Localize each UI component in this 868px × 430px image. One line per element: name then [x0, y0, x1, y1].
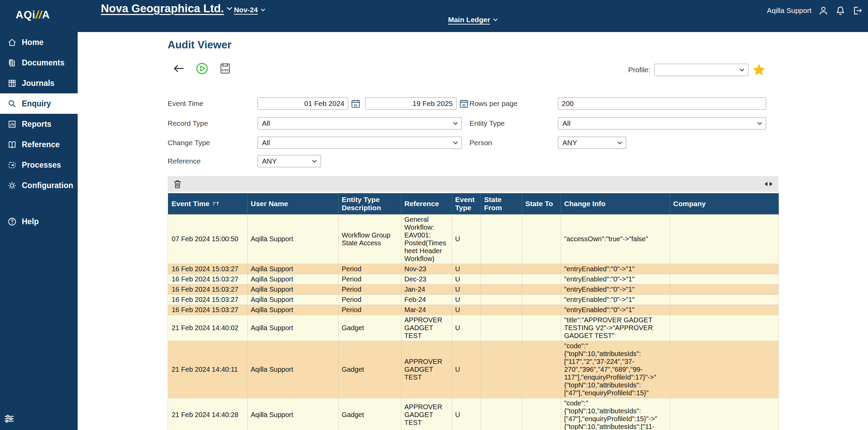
- sidebar-item-journals[interactable]: Journals: [0, 73, 78, 93]
- entity-type-label: Entity Type: [469, 117, 505, 129]
- profile-select[interactable]: [654, 64, 748, 76]
- cell-company: [670, 214, 779, 264]
- table-row[interactable]: 21 Feb 2024 14:40:28 Aqilla Support Gadg…: [168, 398, 779, 430]
- rows-per-page-label: Rows per page: [469, 97, 517, 110]
- table-row[interactable]: 21 Feb 2024 14:40:02 Aqilla Support Gadg…: [168, 315, 779, 341]
- reports-icon: [7, 120, 17, 129]
- aqilla-logo[interactable]: AQi//A: [16, 9, 50, 21]
- cell-state-from: [481, 284, 522, 294]
- rows-per-page-input[interactable]: [558, 97, 766, 110]
- cell-event-type: U: [452, 284, 481, 294]
- cell-state-to: [522, 341, 561, 398]
- column-header-change-info[interactable]: Change Info: [561, 193, 670, 214]
- person-value: ANY: [562, 139, 577, 147]
- person-select[interactable]: ANY: [558, 137, 626, 149]
- column-header-event-time[interactable]: Event Time: [168, 193, 248, 214]
- processes-icon: [7, 160, 17, 170]
- cell-event-time: 16 Feb 2024 15:03:27: [168, 284, 248, 294]
- favorite-star-icon[interactable]: [753, 63, 765, 76]
- cell-event-time: 21 Feb 2024 14:40:28: [168, 398, 248, 430]
- cell-user-name: Aqilla Support: [248, 341, 339, 398]
- record-type-select[interactable]: All: [258, 117, 462, 129]
- event-time-from-input[interactable]: [258, 97, 348, 110]
- sidebar-item-configuration[interactable]: Configuration: [0, 175, 78, 196]
- ledger-selector[interactable]: Main Ledger: [448, 16, 498, 24]
- cell-state-to: [522, 284, 561, 294]
- sidebar: Home Documents Journals Enquiry Reports …: [0, 32, 78, 430]
- sidebar-item-reference[interactable]: Reference: [0, 134, 78, 155]
- cell-user-name: Aqilla Support: [248, 398, 339, 430]
- cell-state-from: [481, 214, 522, 264]
- back-button[interactable]: [172, 62, 185, 75]
- cell-state-from: [481, 264, 522, 274]
- filter-settings-icon[interactable]: [3, 413, 15, 425]
- column-header-user-name[interactable]: User Name: [248, 193, 339, 214]
- sidebar-item-label: Reports: [22, 120, 51, 129]
- calendar-icon[interactable]: 31: [351, 98, 360, 109]
- run-button[interactable]: [196, 62, 208, 75]
- calendar-icon[interactable]: 31: [459, 98, 469, 109]
- cell-state-to: [522, 315, 561, 341]
- cell-company: [670, 341, 779, 398]
- svg-text:CSV: CSV: [222, 68, 229, 72]
- cell-user-name: Aqilla Support: [248, 264, 339, 274]
- cell-change-info: "entryEnabled":"0"->"1": [561, 294, 670, 305]
- reference-select[interactable]: ANY: [258, 155, 321, 167]
- table-row[interactable]: 16 Feb 2024 15:03:27 Aqilla Support Peri…: [168, 264, 779, 274]
- sidebar-item-documents[interactable]: Documents: [0, 52, 78, 73]
- search-icon: [7, 99, 17, 108]
- company-selector[interactable]: Nova Geographica Ltd.: [101, 2, 232, 15]
- cell-company: [670, 264, 779, 274]
- column-header-entity-type-description[interactable]: Entity Type Description: [339, 193, 401, 214]
- chevron-down-icon: [453, 141, 458, 145]
- cell-reference: APPROVER GADGET TEST: [401, 315, 452, 341]
- table-row[interactable]: 16 Feb 2024 15:03:27 Aqilla Support Peri…: [168, 284, 779, 294]
- cell-user-name: Aqilla Support: [248, 305, 339, 315]
- resize-columns-icon[interactable]: [763, 179, 774, 189]
- column-label: User Name: [251, 200, 288, 208]
- cell-event-type: U: [452, 305, 481, 315]
- notifications-icon[interactable]: [835, 5, 846, 16]
- sidebar-item-help[interactable]: Help: [0, 211, 78, 232]
- cell-company: [670, 315, 779, 341]
- user-icon[interactable]: [818, 5, 828, 16]
- sidebar-item-label: Home: [22, 38, 44, 47]
- csv-export-button[interactable]: CSV: [219, 62, 232, 75]
- entity-type-value: All: [562, 119, 570, 127]
- cell-change-info: "entryEnabled":"0"->"1": [561, 284, 670, 294]
- table-row[interactable]: 16 Feb 2024 15:03:27 Aqilla Support Peri…: [168, 294, 779, 305]
- sidebar-item-enquiry[interactable]: Enquiry: [0, 93, 78, 114]
- table-header-row: Event Time User Name Entity Type Descrip…: [168, 193, 779, 214]
- cell-entity-type: Period: [339, 284, 401, 294]
- logout-icon[interactable]: [852, 5, 863, 16]
- sidebar-item-label: Documents: [22, 58, 64, 67]
- column-label: Reference: [404, 200, 439, 208]
- column-label: Event Time: [172, 200, 210, 208]
- column-header-reference[interactable]: Reference: [401, 193, 452, 214]
- period-name: Nov-24: [234, 6, 258, 14]
- table-row[interactable]: 16 Feb 2024 15:03:27 Aqilla Support Peri…: [168, 305, 779, 315]
- delete-icon[interactable]: [172, 179, 183, 189]
- column-header-company[interactable]: Company: [670, 193, 779, 214]
- cell-state-to: [522, 214, 561, 264]
- table-row[interactable]: 21 Feb 2024 14:40:11 Aqilla Support Gadg…: [168, 341, 779, 398]
- column-header-state-from[interactable]: State From: [481, 193, 522, 214]
- table-row[interactable]: 07 Feb 2024 15:00:50 Aqilla Support Work…: [168, 214, 779, 264]
- period-selector[interactable]: Nov-24: [234, 6, 265, 14]
- change-type-select[interactable]: All: [258, 137, 462, 149]
- cell-entity-type: Gadget: [339, 341, 401, 398]
- entity-type-select[interactable]: All: [558, 117, 766, 129]
- table-row[interactable]: 16 Feb 2024 15:03:27 Aqilla Support Peri…: [168, 274, 779, 284]
- event-time-to-input[interactable]: [365, 97, 456, 110]
- column-header-event-type[interactable]: Event Type: [452, 193, 481, 214]
- sidebar-item-home[interactable]: Home: [0, 32, 78, 52]
- cell-company: [670, 305, 779, 315]
- sidebar-item-processes[interactable]: Processes: [0, 155, 78, 175]
- cell-reference: Dec-23: [401, 274, 452, 284]
- column-label: Event Type: [455, 196, 475, 212]
- back-icon: [173, 62, 185, 75]
- column-header-state-to[interactable]: State To: [522, 193, 561, 214]
- sidebar-item-reports[interactable]: Reports: [0, 114, 78, 134]
- documents-icon: [7, 58, 17, 67]
- cell-event-type: U: [452, 274, 481, 284]
